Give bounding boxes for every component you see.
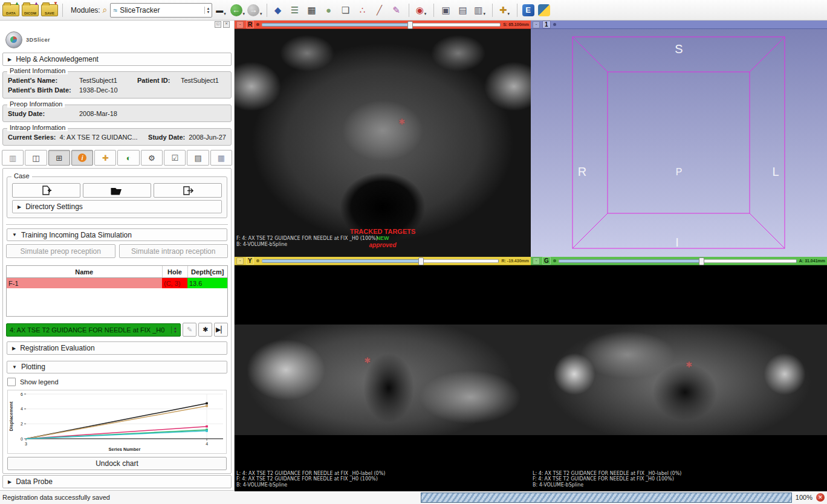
module-search-icon[interactable]: ⌕: [103, 5, 108, 15]
extensions-manager-button[interactable]: E: [522, 3, 535, 18]
registration-evaluation-collapsible[interactable]: ▶ Registration Evaluation: [7, 341, 227, 354]
crosshair-icon[interactable]: ✚▾: [498, 3, 511, 18]
slider-handle[interactable]: [418, 257, 424, 265]
annotation-line: F: 4: AX TSE T2 GUIDANCE FOR NEEDLE at F…: [236, 476, 385, 482]
selector-spin-arrows[interactable]: ▲▼: [171, 326, 177, 334]
approve-registration-button[interactable]: ✱: [198, 323, 212, 337]
target-cell[interactable]: 13.6: [187, 278, 227, 289]
red-corner-annotation: F: 4: AX TSE T2 GUIDANCE FOR NEEDLE at F…: [236, 236, 378, 247]
collapse-button[interactable]: -: [533, 21, 540, 28]
models-icon[interactable]: ●: [322, 3, 336, 18]
ruler-icon[interactable]: ╱: [373, 3, 386, 18]
layout-four-up-button[interactable]: ⊞: [48, 150, 70, 166]
registration-result-value: 4: AX TSE T2 GUIDANCE FOR NEEDLE at FIX …: [10, 326, 169, 334]
needle-grid-button[interactable]: ▦: [210, 150, 232, 166]
green-slice-offset-slider[interactable]: [559, 259, 797, 263]
registration-result-selector[interactable]: 4: AX TSE T2 GUIDANCE FOR NEEDLE at FIX …: [6, 323, 181, 337]
save-scene-button[interactable]: SAVE ▼: [41, 3, 58, 18]
markups-points-icon[interactable]: ∴: [356, 3, 369, 18]
undock-chart-button[interactable]: Undock chart: [7, 457, 227, 470]
module-selector-spin-arrows[interactable]: ▲▼: [204, 7, 210, 14]
module-panel: ◱ ✕ 3DSlicer ▶ Help & Acknowledgement Pa…: [0, 21, 235, 490]
threed-view-label: 1: [542, 21, 551, 28]
training-simulation-label: Training Incoming Data Simulation: [21, 231, 132, 239]
toolbar-separator: [492, 4, 493, 17]
directory-settings-collapsible[interactable]: ▶ Directory Settings: [12, 200, 222, 213]
axial-mri-image[interactable]: [235, 29, 531, 257]
case-completion-button[interactable]: ☑: [164, 150, 186, 166]
save-folder-label: SAVE: [45, 11, 54, 16]
red-slice-offset-slider[interactable]: [262, 23, 501, 27]
module-content-frame: Case ▶ Directory Set: [2, 168, 232, 474]
panel-hide-button[interactable]: ✕: [223, 21, 230, 28]
close-progress-icon[interactable]: ✕: [816, 493, 825, 502]
load-data-button[interactable]: DATA ▲: [2, 3, 19, 18]
screenshot-icon[interactable]: ▣: [439, 3, 453, 18]
open-case-button[interactable]: [83, 183, 151, 198]
target-cell[interactable]: (C, 3): [162, 278, 187, 289]
edit-result-button[interactable]: ✎: [183, 323, 196, 337]
collapse-button[interactable]: -: [236, 257, 244, 265]
new-case-button[interactable]: [12, 183, 80, 198]
up-arrow-icon: ▲: [34, 1, 39, 6]
segmentation-button[interactable]: ▤: [187, 150, 209, 166]
targets-button[interactable]: ✚: [94, 150, 116, 166]
case-info-button[interactable]: i: [71, 150, 93, 166]
settings-button[interactable]: ⚙: [141, 150, 163, 166]
coronal-mri-image[interactable]: [531, 325, 827, 435]
save-folder-icon: SAVE ▼: [41, 4, 58, 16]
complete-case-button[interactable]: [154, 183, 222, 198]
yellow-corner-annotation: L: 4: AX TSE T2 GUIDANCE FOR NEEDLE at F…: [236, 471, 385, 488]
threed-scene[interactable]: S R P L I: [531, 29, 827, 257]
segmentations-icon[interactable]: ❏: [339, 3, 352, 18]
exit-arrow-icon: [182, 186, 194, 195]
skip-to-latest-button[interactable]: ▶▏: [214, 323, 228, 337]
module-forward-button[interactable]: → ▾: [247, 3, 262, 18]
target-row[interactable]: F-1(C, 3)13.6: [7, 278, 227, 289]
sceneview-save-icon[interactable]: ▤: [456, 3, 470, 18]
annotations-icon[interactable]: ✎: [390, 3, 403, 18]
dicom-button[interactable]: DICOM ▲: [22, 3, 39, 18]
sagittal-mri-image[interactable]: [235, 325, 531, 435]
python-icon: [538, 4, 550, 16]
simulate-intraop-button[interactable]: Simulate intraop reception: [119, 244, 229, 258]
volume-rendering-icon[interactable]: ▦: [305, 3, 319, 18]
pin-icon[interactable]: [553, 259, 556, 262]
module-back-button[interactable]: ← ▾: [230, 3, 245, 18]
module-selector-value: SliceTracker: [120, 6, 202, 15]
show-legend-checkbox[interactable]: [7, 378, 16, 386]
collapse-button[interactable]: -: [236, 21, 244, 28]
subject-hierarchy-icon[interactable]: ☰: [288, 3, 302, 18]
simulate-preop-button[interactable]: Simulate preop reception: [6, 244, 115, 258]
module-selector-combobox[interactable]: ≈ SliceTracker ▲▼: [110, 3, 212, 18]
help-acknowledgement-collapsible[interactable]: ▶ Help & Acknowledgement: [2, 53, 232, 66]
collapse-button[interactable]: -: [533, 257, 540, 265]
pin-icon[interactable]: [256, 259, 259, 262]
layout-red-slice-button[interactable]: ▥: [2, 150, 24, 166]
window-level-button[interactable]: ◐: [117, 150, 139, 166]
slider-handle[interactable]: [407, 21, 413, 29]
show-legend-row: Show legend: [7, 376, 227, 387]
screenshot-icon: ▣: [441, 5, 450, 15]
data-probe-collapsible[interactable]: ▶ Data Probe: [2, 475, 232, 488]
pin-icon[interactable]: [553, 23, 556, 26]
pin-icon[interactable]: [256, 23, 259, 26]
series-selector-row: 4: AX TSE T2 GUIDANCE FOR NEEDLE at FIX …: [6, 323, 228, 337]
training-simulation-collapsible[interactable]: ▼ Training Incoming Data Simulation: [7, 228, 227, 241]
yellow-slice-viewport: - Y R: -19.430mm ✱ L: 4: AX TSE T2 GUIDA…: [235, 257, 531, 491]
yellow-slice-offset-slider[interactable]: [262, 259, 499, 263]
sceneview-restore-icon[interactable]: ▥▾: [473, 3, 487, 18]
module-history-button[interactable]: ▬ ▾: [215, 3, 228, 18]
axis-label-left: L: [772, 165, 779, 178]
progress-percent: 100%: [796, 494, 812, 501]
plotting-collapsible[interactable]: ▼ Plotting: [7, 361, 227, 373]
python-console-button[interactable]: [537, 3, 551, 18]
place-fiducial-icon[interactable]: ◉▾: [415, 3, 428, 18]
panel-popup-button[interactable]: ◱: [215, 21, 221, 28]
slider-handle[interactable]: [699, 257, 704, 265]
yellow-slice-offset-value: R: -19.430mm: [501, 259, 529, 263]
green-slice-controller-bar: - G A: 31.041mm: [531, 257, 827, 265]
target-cell[interactable]: F-1: [7, 278, 162, 289]
game-controller-icon[interactable]: ◆: [271, 3, 285, 18]
layout-side-by-side-button[interactable]: ◫: [25, 150, 47, 166]
